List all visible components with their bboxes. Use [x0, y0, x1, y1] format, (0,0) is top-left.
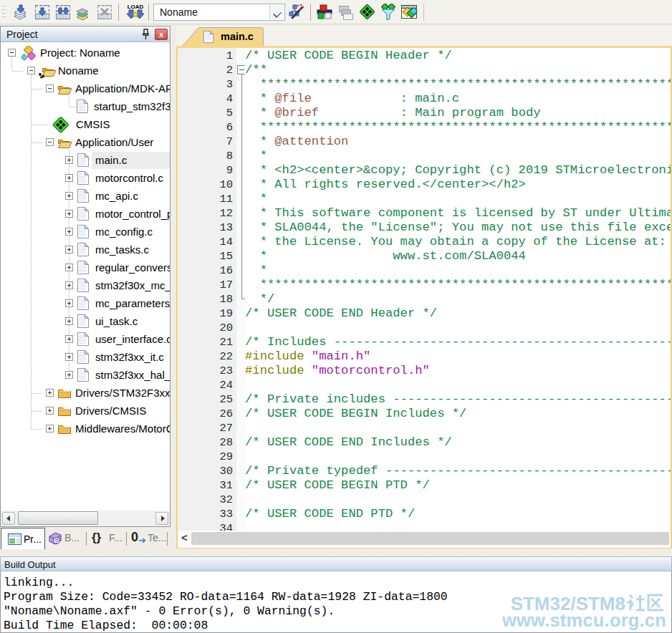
svg-text:LOAD: LOAD [128, 4, 144, 10]
svg-text:?: ? [54, 538, 58, 545]
